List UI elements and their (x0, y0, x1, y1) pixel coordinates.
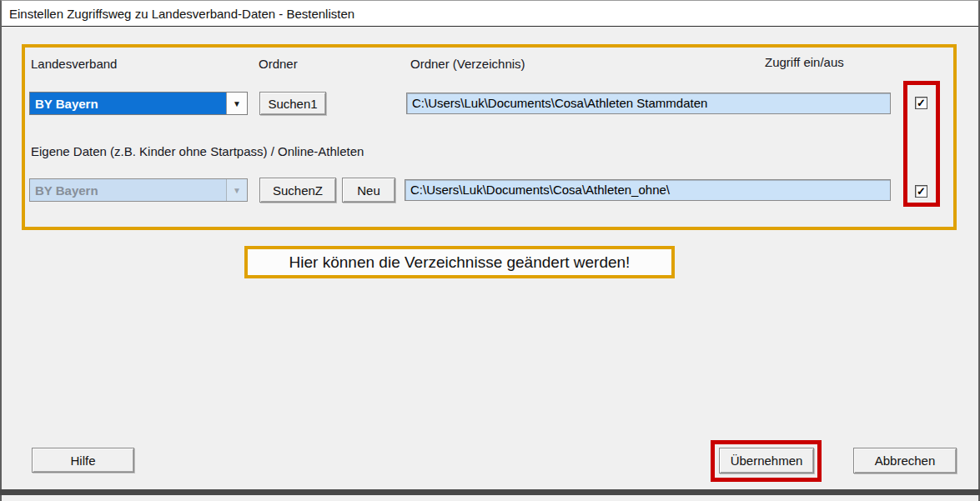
zugriff-checkbox-2[interactable]: ✓ (915, 185, 927, 198)
chevron-down-icon: ▼ (226, 179, 247, 201)
zugriff-checkbox-1[interactable]: ✓ (915, 97, 927, 109)
eigene-daten-label: Eigene Daten (z.B. Kinder ohne Startpass… (31, 144, 364, 158)
path-input-athleten-ohne[interactable]: C:\Users\Luk\Documents\Cosa\Athleten_ohn… (405, 179, 891, 201)
ordner-verzeichnis-label: Ordner (Verzeichnis) (410, 57, 525, 71)
suchen1-button[interactable]: Suchen1 (259, 92, 326, 115)
dialog-window: Einstellen Zugriffsweg zu Landesverband-… (0, 0, 980, 501)
paths-groupbox (22, 44, 957, 230)
abbrechen-button[interactable]: Abbrechen (853, 448, 957, 473)
dialog-body: Landesverband Ordner Ordner (Verzeichnis… (2, 27, 978, 495)
uebernehmen-button[interactable]: Übernehmen (719, 448, 814, 473)
hilfe-button[interactable]: Hilfe (32, 448, 134, 473)
chevron-down-icon[interactable]: ▼ (226, 93, 247, 114)
neu-button[interactable]: Neu (342, 178, 395, 203)
eigene-daten-dropdown-value: BY Bayern (30, 179, 226, 201)
zugriff-label: Zugriff ein/aus (765, 55, 844, 69)
path-input-stammdaten[interactable]: C:\Users\Luk\Documents\Cosa\Athleten Sta… (406, 93, 891, 114)
window-bottom-edge (0, 489, 980, 495)
suchenz-button[interactable]: SuchenZ (259, 178, 336, 203)
annotation-note: Hier können die Verzeichnisse geändert w… (244, 246, 675, 278)
eigene-daten-dropdown: BY Bayern ▼ (29, 178, 248, 202)
ordner-label: Ordner (259, 57, 298, 71)
landesverband-label: Landesverband (31, 57, 117, 71)
landesverband-dropdown[interactable]: BY Bayern ▼ (29, 92, 248, 115)
landesverband-dropdown-value: BY Bayern (30, 93, 226, 114)
window-title: Einstellen Zugriffsweg zu Landesverband-… (9, 7, 354, 21)
title-bar: Einstellen Zugriffsweg zu Landesverband-… (2, 1, 978, 27)
